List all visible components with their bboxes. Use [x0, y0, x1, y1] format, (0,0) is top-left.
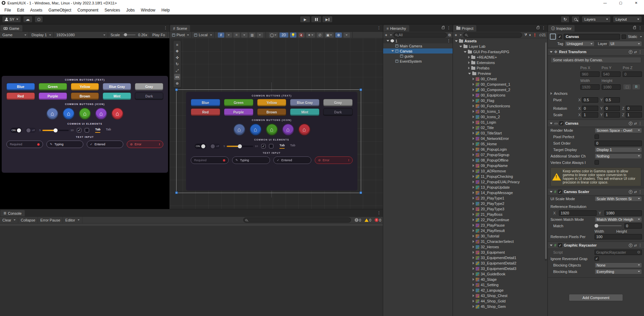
- anchors-foldout-icon[interactable]: [550, 92, 552, 95]
- game-panel-menu-icon[interactable]: ⋮: [164, 26, 167, 30]
- search-log-icon[interactable]: ❗: [533, 33, 537, 37]
- project-item-46-battlepass[interactable]: 46_BattlePass: [453, 309, 547, 310]
- scale-tool-button[interactable]: ⤢: [174, 67, 180, 73]
- project-item-20-playtype1[interactable]: 20_PlayType1: [453, 195, 547, 201]
- gameobject-name-field[interactable]: Canvas: [564, 34, 620, 40]
- mock-button-yellow[interactable]: Yellow: [71, 83, 99, 90]
- tab-console[interactable]: ≣ Console: [0, 210, 25, 216]
- foldout-arrow-icon[interactable]: [550, 245, 553, 246]
- effects-dropdown-icon[interactable]: ✦: [306, 33, 315, 38]
- raw-edit-mode-button[interactable]: R: [632, 84, 640, 89]
- grid-snap-dropdown-icon[interactable]: [226, 33, 232, 38]
- mock-input-required[interactable]: Required: [6, 141, 43, 148]
- project-item-06-popuplogin[interactable]: 06_PopupLogin: [453, 147, 547, 152]
- display-dropdown[interactable]: Display 1: [29, 32, 54, 38]
- search-button[interactable]: [572, 16, 580, 23]
- snap-increment-icon[interactable]: ⌗: [233, 33, 240, 38]
- menu-help[interactable]: Help: [159, 6, 173, 14]
- play-focused-dropdown[interactable]: Play Fo: [150, 32, 168, 38]
- camera-dropdown-icon[interactable]: ▣: [325, 33, 334, 38]
- scale-control[interactable]: Scale 0.26x: [108, 32, 150, 38]
- help-icon[interactable]: ?: [629, 50, 632, 54]
- foldout-arrow-icon[interactable]: [473, 105, 474, 107]
- add-object-dropdown-icon[interactable]: [390, 35, 392, 36]
- project-item-00-flag[interactable]: 00_Flag: [453, 98, 547, 103]
- gizmo-icon[interactable]: ⊕: [335, 33, 342, 38]
- project-item-33-equipmentdetail1[interactable]: 33_EquipmentDetail1: [453, 255, 547, 260]
- graphic-raycaster-header[interactable]: # ✓ Graphic Raycaster ? ⇄ ⋮: [548, 241, 644, 249]
- mock-button-purple[interactable]: Purple: [39, 92, 67, 100]
- ref-ppu-field[interactable]: 100: [595, 234, 642, 239]
- project-item-00-functionicons[interactable]: 00_FunctionIcons: [453, 103, 547, 109]
- active-checkbox[interactable]: ✓: [558, 35, 562, 39]
- mock-button-gray[interactable]: Gray: [135, 83, 163, 90]
- mock-checkbox-empty[interactable]: ✓: [85, 128, 89, 132]
- screen-match-dropdown[interactable]: Match Width Or Heigh: [595, 217, 642, 222]
- hierarchy-item-guide[interactable]: guide: [383, 54, 453, 59]
- foldout-arrow-icon[interactable]: [473, 175, 474, 178]
- hierarchy-item-canvas[interactable]: Canvas: [383, 48, 453, 54]
- project-item-prefabs[interactable]: Prefabs: [453, 65, 547, 71]
- mock-button-green[interactable]: Green: [39, 83, 67, 90]
- mock-input-error[interactable]: ⊘Error!: [315, 156, 353, 164]
- toolbar-drag-handle[interactable]: ≡: [174, 42, 180, 48]
- height-field[interactable]: 1080: [602, 84, 621, 90]
- project-item-assets[interactable]: Assets: [453, 38, 547, 44]
- blueprint-mode-button[interactable]: ⬚: [623, 84, 631, 89]
- gameobject-cube-icon[interactable]: [550, 34, 556, 40]
- foldout-arrow-icon[interactable]: [473, 148, 474, 151]
- audio-mute-icon[interactable]: 🔇: [298, 33, 305, 38]
- render-mode-dropdown[interactable]: Screen Space - Overl: [595, 128, 642, 133]
- mock-button-dark[interactable]: Dark: [323, 108, 353, 116]
- minimize-button[interactable]: —: [597, 0, 613, 6]
- console-search-input[interactable]: [243, 217, 351, 223]
- project-item-00-component-1[interactable]: 00_Component_1: [453, 82, 547, 87]
- width-field[interactable]: 1920: [580, 84, 600, 90]
- project-item-04-networkerror[interactable]: 04_NetworkError: [453, 136, 547, 141]
- foldout-arrow-icon[interactable]: [473, 256, 474, 259]
- ui-scale-mode-dropdown[interactable]: Scale With Screen Si: [595, 196, 642, 202]
- add-component-button[interactable]: Add Component: [569, 294, 623, 301]
- project-item-00-component-2[interactable]: 00_Component_2: [453, 87, 547, 92]
- view-tool-button[interactable]: ❖: [174, 48, 180, 54]
- mock-button-mint[interactable]: Mint: [290, 108, 319, 116]
- foldout-arrow-icon[interactable]: [473, 94, 474, 97]
- static-dropdown-icon[interactable]: [640, 36, 642, 37]
- mock-home-icon-button[interactable]: ⌂: [95, 108, 107, 120]
- mock-home-icon-button[interactable]: ⌂: [298, 124, 310, 135]
- foldout-arrow-icon[interactable]: [455, 40, 458, 42]
- step-button[interactable]: ▶: [322, 16, 333, 23]
- project-item-23-playpause[interactable]: 23_PlayPause: [453, 223, 547, 228]
- foldout-arrow-icon[interactable]: [473, 240, 474, 243]
- foldout-arrow-icon[interactable]: [473, 218, 474, 221]
- project-item-07-popupsignup[interactable]: 07_PopupSignup: [453, 152, 547, 157]
- mock-tab-inactive[interactable]: Tab: [106, 128, 111, 133]
- mock-input-typing[interactable]: ✎Typing: [232, 156, 270, 164]
- object-picker-icon[interactable]: ⊙: [637, 250, 640, 254]
- mock-button-mint[interactable]: Mint: [103, 92, 131, 100]
- lock-icon[interactable]: [442, 27, 444, 29]
- inspector-menu-icon[interactable]: ⋮: [638, 26, 642, 30]
- mock-input-entered[interactable]: ✓Entered: [273, 156, 311, 164]
- foldout-arrow-icon[interactable]: [468, 61, 470, 64]
- ref-y-field[interactable]: 1080: [604, 210, 642, 216]
- additional-shader-dropdown[interactable]: Nothing: [595, 153, 642, 159]
- help-icon[interactable]: ?: [629, 190, 632, 194]
- mock-input-error[interactable]: ⊘Error!: [127, 141, 163, 148]
- presets-icon[interactable]: ⇄: [634, 50, 637, 54]
- foldout-arrow-icon[interactable]: [473, 88, 474, 91]
- foldout-arrow-icon[interactable]: [473, 159, 474, 162]
- cloud-button[interactable]: ☁: [23, 16, 33, 23]
- foldout-arrow-icon[interactable]: [473, 202, 474, 205]
- project-item-08-popupoffline[interactable]: 08_PopupOffline: [453, 157, 547, 163]
- scale-z-field[interactable]: 1: [626, 112, 642, 118]
- menu-gameobject[interactable]: GameObject: [45, 6, 74, 14]
- services-hub-button[interactable]: ⬡: [35, 16, 43, 23]
- ruler-icon[interactable]: ▥: [249, 33, 255, 38]
- presets-icon[interactable]: ⇄: [634, 244, 637, 247]
- foldout-arrow-icon[interactable]: [473, 83, 474, 86]
- project-item-00-icons-2[interactable]: 00_Icons_2: [453, 114, 547, 120]
- console-menu-icon[interactable]: ⋮: [377, 211, 381, 215]
- layer-dropdown[interactable]: UI: [608, 41, 642, 46]
- project-item-20-playtype2[interactable]: 20_PlayType2: [453, 201, 547, 206]
